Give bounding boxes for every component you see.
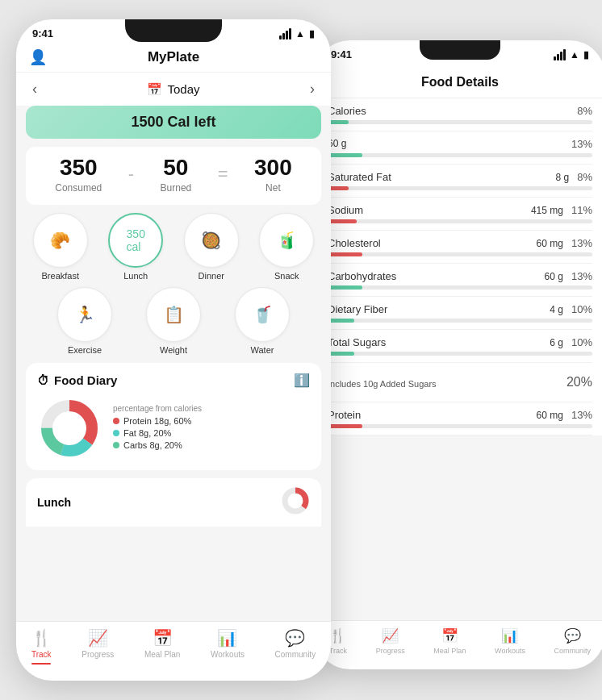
profile-icon[interactable]: 👤: [29, 48, 47, 66]
dinner-icon: 🥘: [201, 231, 221, 250]
back-progress-icon: 📈: [382, 627, 399, 644]
net-label: Net: [254, 182, 292, 194]
nutrient-sodium: Sodium 415 mg 11%: [328, 198, 592, 231]
water-icon: 🥤: [253, 305, 273, 324]
calendar-icon: 📅: [147, 82, 162, 97]
burned-label: Burned: [161, 182, 192, 194]
protein-amount: 60 mg: [537, 410, 563, 421]
calorie-banner-text: 1500 Cal left: [131, 114, 215, 130]
back-signal-icon: [554, 49, 566, 60]
back-community-icon: 💬: [564, 627, 581, 644]
nutrient-fat: 60 g 13%: [328, 131, 592, 165]
nav-item-workouts[interactable]: 📊 Workouts: [211, 628, 245, 665]
chol-name: Cholesterol: [328, 237, 381, 249]
workouts-label: Workouts: [211, 650, 245, 659]
back-nav-community[interactable]: 💬 Community: [554, 627, 592, 655]
back-workouts-icon: 📊: [501, 627, 518, 644]
sugars-amount: 6 g: [550, 337, 563, 348]
protein-name: Protein: [328, 409, 361, 421]
added-sugars-pct: 20%: [566, 375, 592, 390]
diary-clock-icon: ⏱: [37, 373, 49, 387]
back-phone: 9:41 ▲ ▮ Food Details Calories 8%: [315, 40, 602, 669]
protein-pct: 13%: [571, 409, 592, 421]
front-screen: 9:41 ▲ ▮ 👤 MyPlate ‹ 📅 Today: [16, 19, 331, 681]
minus-separator: -: [128, 164, 134, 185]
lunch-label: Lunch: [123, 271, 148, 281]
app-header: 👤 MyPlate: [16, 43, 331, 73]
carbs-dot: [113, 442, 119, 448]
back-nav-mealplan[interactable]: 📅 Meal Plan: [433, 627, 466, 655]
nutrient-calories: Calories 8%: [328, 98, 592, 131]
back-battery-icon: ▮: [583, 49, 589, 60]
battery-icon: ▮: [309, 28, 315, 40]
signal-icon: [279, 28, 291, 40]
diary-info-icon[interactable]: ℹ️: [294, 373, 310, 388]
back-wifi-icon: ▲: [570, 49, 579, 60]
burned-value: 50: [161, 155, 192, 181]
diary-body: percentage from calories Protein 18g, 60…: [37, 396, 310, 460]
track-label: Track: [31, 650, 52, 659]
back-workouts-label: Workouts: [495, 647, 525, 655]
donut-chart: [37, 396, 102, 460]
exercise-icon: 🏃: [75, 305, 95, 324]
burned-stat: 50 Burned: [161, 155, 192, 194]
food-details-title: Food Details: [328, 72, 592, 90]
prev-day-button[interactable]: ‹: [32, 81, 37, 98]
net-value: 300: [254, 155, 292, 181]
fiber-pct: 10%: [571, 303, 592, 315]
calories-pct: 8%: [577, 105, 592, 117]
back-mealplan-label: Meal Plan: [433, 647, 466, 655]
nutrient-added-sugars: Includes 10g Added Sugars 20%: [328, 363, 592, 402]
exercise-label: Exercise: [68, 345, 102, 355]
exercise-col: 🏃 Exercise: [57, 287, 112, 355]
sodium-amount: 415 mg: [531, 205, 563, 216]
next-day-button[interactable]: ›: [310, 81, 315, 98]
food-diary-section: ⏱ Food Diary ℹ️: [26, 363, 321, 470]
lunch-preview: Lunch: [26, 478, 321, 527]
consumed-value: 350: [55, 155, 102, 181]
back-nav-workouts[interactable]: 📊 Workouts: [495, 627, 525, 655]
snack-icon: 🧃: [277, 231, 297, 250]
mealplan-label: Meal Plan: [144, 650, 180, 659]
legend-carbs: Carbs 8g, 20%: [113, 440, 202, 450]
sodium-name: Sodium: [328, 204, 363, 216]
back-notch: [420, 40, 500, 60]
nav-item-track[interactable]: 🍴 Track: [31, 628, 52, 665]
back-track-icon: 🍴: [329, 627, 346, 644]
fat-dot: [113, 430, 119, 436]
satfat-name: Saturated Fat: [328, 171, 391, 183]
water-button[interactable]: 🥤: [235, 287, 290, 342]
added-sugars-note: Includes 10g Added Sugars: [328, 374, 437, 390]
satfat-amount: 8 g: [556, 172, 570, 183]
calorie-banner: 1500 Cal left: [26, 106, 321, 139]
lunch-button[interactable]: 350cal: [108, 213, 163, 268]
nav-item-community[interactable]: 💬 Community: [275, 628, 316, 665]
back-nav-track[interactable]: 🍴 Track: [329, 627, 347, 655]
snack-button[interactable]: 🧃: [259, 213, 314, 268]
weight-col: 📋 Weight: [146, 287, 201, 355]
exercise-button[interactable]: 🏃: [57, 287, 112, 342]
protein-label: Protein 18g, 60%: [123, 416, 191, 426]
fiber-amount: 4 g: [550, 304, 563, 315]
meal-grid: 🥐 Breakfast 350cal Lunch 🥘 Dinner 🧃: [16, 213, 331, 281]
svg-point-4: [53, 412, 86, 444]
nav-item-mealplan[interactable]: 📅 Meal Plan: [144, 628, 180, 665]
date-nav: ‹ 📅 Today ›: [16, 73, 331, 106]
nutrient-saturated-fat: Saturated Fat 8 g 8%: [328, 165, 592, 198]
back-nav-progress[interactable]: 📈 Progress: [376, 627, 405, 655]
consumed-stat: 350 Consumed: [55, 155, 102, 194]
community-label: Community: [275, 650, 316, 659]
breakfast-button[interactable]: 🥐: [33, 213, 88, 268]
notch: [125, 19, 222, 42]
lunch-preview-title: Lunch: [37, 496, 71, 509]
track-icon: 🍴: [31, 628, 52, 648]
dinner-button[interactable]: 🥘: [184, 213, 239, 268]
meal-col-breakfast: 🥐 Breakfast: [26, 213, 95, 281]
wifi-icon: ▲: [295, 28, 305, 40]
weight-button[interactable]: 📋: [146, 287, 201, 342]
fiber-name: Dietary Fiber: [328, 303, 387, 315]
progress-icon: 📈: [88, 628, 108, 648]
chol-pct: 13%: [571, 237, 592, 249]
sugars-name: Total Sugars: [328, 336, 386, 348]
nav-item-progress[interactable]: 📈 Progress: [82, 628, 114, 665]
